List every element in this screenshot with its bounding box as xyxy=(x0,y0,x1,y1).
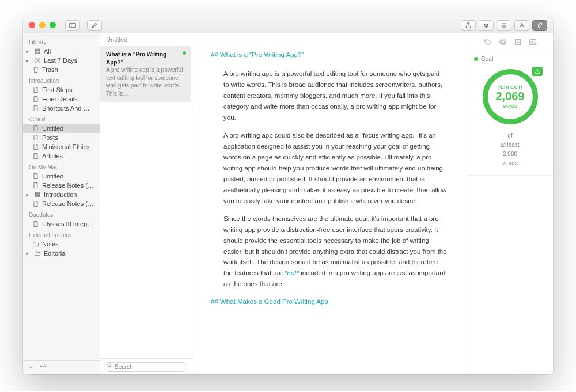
sidebar-item-label: Notes xyxy=(42,241,59,248)
sheet-icon xyxy=(32,134,39,141)
stack-icon xyxy=(34,48,41,55)
disclosure-triangle-icon[interactable]: ▸ xyxy=(26,251,31,256)
svg-point-15 xyxy=(486,40,487,41)
sidebar-group-header: On My Mac xyxy=(23,161,100,172)
sidebar-item[interactable]: ▸Last 7 Days xyxy=(23,56,100,65)
svg-rect-0 xyxy=(70,23,76,28)
sheet-icon xyxy=(32,86,39,93)
sidebar-toggle-button[interactable] xyxy=(65,20,80,31)
tag-tab-icon[interactable] xyxy=(484,38,492,46)
titlebar xyxy=(23,17,553,33)
image-tab-icon[interactable] xyxy=(529,38,537,46)
library-sidebar: Library▸All▸Last 7 DaysTrashIntroduction… xyxy=(23,33,100,374)
sidebar-item-label: Shortcuts And Oth… xyxy=(42,105,94,112)
sheet-list-item[interactable]: What is a "Pro Writing App?"A pro writin… xyxy=(100,47,191,102)
sheet-title: What is a "Pro Writing App?" xyxy=(106,51,185,66)
sidebar-item[interactable]: ▸All xyxy=(23,47,100,56)
sidebar-item[interactable]: Untitled xyxy=(23,124,100,133)
sidebar-item[interactable]: Ministerial Ethics xyxy=(23,142,100,151)
search-input[interactable] xyxy=(104,362,187,372)
sheet-status-dot xyxy=(183,51,186,55)
disclosure-triangle-icon[interactable]: ▸ xyxy=(26,49,31,54)
compose-button[interactable] xyxy=(87,20,102,31)
sheet-icon xyxy=(32,173,39,180)
paragraph: A pro writing app is a powerful text edi… xyxy=(211,68,447,123)
markup-button[interactable] xyxy=(514,20,529,31)
sheet-icon xyxy=(32,220,39,227)
goal-label: Goal xyxy=(481,56,493,62)
share-button[interactable] xyxy=(461,20,476,31)
sidebar-item[interactable]: Notes xyxy=(23,239,100,249)
sidebar-item-label: Untitled xyxy=(42,125,63,132)
folder-icon xyxy=(34,250,41,257)
paragraph: A pro writing app could also be describe… xyxy=(211,130,447,207)
goal-share-button[interactable] xyxy=(532,67,543,76)
sidebar-item[interactable]: Articles xyxy=(23,151,100,161)
add-group-button[interactable]: ＋ xyxy=(28,363,34,372)
sidebar-item-label: Trash xyxy=(42,66,58,73)
sidebar-item-label: Posts xyxy=(42,134,58,141)
fullscreen-window-button[interactable] xyxy=(50,22,56,28)
sheet-list: Untitled What is a "Pro Writing App?"A p… xyxy=(100,33,191,374)
goal-target-text: of at least 2,000 words xyxy=(467,128,553,176)
svg-line-14 xyxy=(110,366,112,368)
sidebar-item-label: Finer Details xyxy=(42,96,78,102)
svg-rect-21 xyxy=(529,40,536,45)
sidebar-item-label: Ministerial Ethics xyxy=(42,143,90,150)
sheet-icon xyxy=(32,143,39,150)
sidebar-item[interactable]: Untitled xyxy=(23,172,100,181)
svg-rect-7 xyxy=(35,52,40,54)
inspector-panel: Goal PERFECT! 2,069 words of at least 2,… xyxy=(467,33,553,374)
sidebar-item[interactable]: First Steps xyxy=(23,85,100,94)
stack-icon xyxy=(34,191,41,198)
heading-1: ## What is a "Pro Writing App?" xyxy=(211,50,447,60)
sidebar-item-label: Editorial xyxy=(44,250,67,257)
editor-area[interactable]: ## What is a "Pro Writing App?" A pro wr… xyxy=(191,33,467,374)
window-controls xyxy=(29,22,56,28)
sidebar-item[interactable]: Finer Details xyxy=(23,94,100,104)
sidebar-item[interactable]: Ulysses III Integration xyxy=(23,219,100,229)
sidebar-item[interactable]: ▸Introduction xyxy=(23,190,100,199)
disclosure-triangle-icon[interactable]: ▸ xyxy=(26,58,31,63)
note-tab-icon[interactable] xyxy=(514,38,522,46)
goal-progress-ring: PERFECT! 2,069 words xyxy=(483,69,538,124)
sheet-icon xyxy=(32,125,39,132)
sheet-icon xyxy=(32,105,39,112)
sidebar-item-label: Introduction xyxy=(44,191,77,198)
sheet-icon xyxy=(32,182,39,189)
sidebar-item[interactable]: Release Notes (1.1) xyxy=(23,199,100,208)
sidebar-item-label: Ulysses III Integration xyxy=(42,220,94,227)
goal-status-dot xyxy=(474,57,478,61)
goal-word-count: 2,069 xyxy=(495,90,524,103)
svg-point-17 xyxy=(501,40,504,43)
emphasis: *not* xyxy=(285,269,299,276)
sidebar-settings-button[interactable] xyxy=(40,363,46,372)
svg-rect-5 xyxy=(35,49,40,50)
sidebar-item[interactable]: Posts xyxy=(23,133,100,142)
goal-unit: words xyxy=(503,103,517,109)
goal-section-header[interactable]: Goal xyxy=(467,51,553,67)
sheet-icon xyxy=(32,200,39,207)
disclosure-triangle-icon[interactable]: ▸ xyxy=(26,192,31,197)
app-window: Library▸All▸Last 7 DaysTrashIntroduction… xyxy=(23,17,553,374)
attachments-button[interactable] xyxy=(532,20,547,31)
sidebar-item[interactable]: ▸Editorial xyxy=(23,249,100,258)
sidebar-item[interactable]: Shortcuts And Oth… xyxy=(23,104,100,113)
sidebar-item-label: Release Notes (1.1) xyxy=(42,200,94,207)
sidebar-item[interactable]: Trash xyxy=(23,65,100,74)
sheet-preview: A pro writing app is a powerful text edi… xyxy=(106,66,185,97)
navigator-button[interactable] xyxy=(497,20,511,31)
sidebar-item-label: All xyxy=(44,48,51,55)
sidebar-group-header: Library xyxy=(23,36,100,47)
goal-tab-icon[interactable] xyxy=(499,38,507,46)
minimize-window-button[interactable] xyxy=(39,22,46,28)
sidebar-item-label: Articles xyxy=(42,153,63,159)
quick-export-button[interactable] xyxy=(479,20,494,31)
sidebar-item-label: First Steps xyxy=(42,86,73,93)
heading-2: ## What Makes a Good Pro Writing App xyxy=(211,296,447,307)
close-window-button[interactable] xyxy=(29,22,35,28)
sidebar-item-label: Untitled xyxy=(42,173,63,180)
clock-icon xyxy=(34,57,41,64)
search-icon xyxy=(107,363,112,368)
sidebar-item[interactable]: Release Notes (1.2) xyxy=(23,181,100,190)
